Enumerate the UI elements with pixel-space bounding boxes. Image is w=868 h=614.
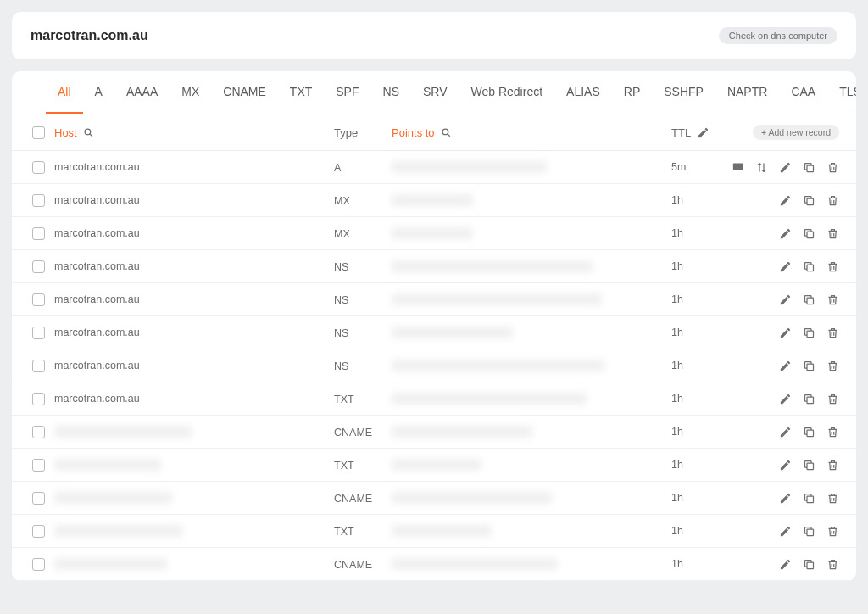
pencil-icon[interactable] xyxy=(696,126,709,139)
pencil-icon[interactable] xyxy=(778,260,792,273)
pencil-icon[interactable] xyxy=(778,326,792,339)
svg-rect-4 xyxy=(732,163,742,170)
pencil-icon[interactable] xyxy=(778,293,792,306)
pencil-icon[interactable] xyxy=(778,392,792,405)
col-type-header[interactable]: Type xyxy=(334,126,358,139)
copy-icon[interactable] xyxy=(802,425,815,438)
row-checkbox[interactable] xyxy=(32,525,45,538)
trash-icon[interactable] xyxy=(826,260,839,273)
svg-rect-11 xyxy=(807,364,814,371)
tab-web-redirect[interactable]: Web Redirect xyxy=(459,71,555,114)
tab-caa[interactable]: CAA xyxy=(779,71,827,114)
col-ttl-header[interactable]: TTL xyxy=(671,126,691,139)
tab-a[interactable]: A xyxy=(83,71,114,114)
type-value: TXT xyxy=(334,526,354,538)
tab-naptr[interactable]: NAPTR xyxy=(715,71,779,114)
copy-icon[interactable] xyxy=(802,326,815,339)
row-checkbox[interactable] xyxy=(32,558,45,571)
trash-icon[interactable] xyxy=(826,359,839,372)
page-header: marcotran.com.au Check on dns.computer xyxy=(12,12,856,59)
pencil-icon[interactable] xyxy=(778,193,792,207)
svg-rect-10 xyxy=(807,331,814,338)
trash-icon[interactable] xyxy=(826,160,839,174)
trash-icon[interactable] xyxy=(826,425,839,438)
type-value: NS xyxy=(334,360,348,372)
row-checkbox[interactable] xyxy=(32,260,45,273)
check-dns-button[interactable]: Check on dns.computer xyxy=(719,27,837,44)
copy-icon[interactable] xyxy=(802,458,815,472)
trash-icon[interactable] xyxy=(826,326,839,339)
row-checkbox[interactable] xyxy=(32,459,45,472)
svg-rect-13 xyxy=(807,430,814,437)
copy-icon[interactable] xyxy=(802,392,815,405)
col-host-header[interactable]: Host xyxy=(54,126,77,139)
tab-spf[interactable]: SPF xyxy=(324,71,370,114)
row-checkbox[interactable] xyxy=(32,194,45,207)
trash-icon[interactable] xyxy=(826,293,839,306)
tab-mx[interactable]: MX xyxy=(170,71,211,114)
row-checkbox[interactable] xyxy=(32,327,45,339)
copy-icon[interactable] xyxy=(802,524,815,538)
copy-icon[interactable] xyxy=(802,226,815,240)
points-to-value-redacted xyxy=(392,492,552,504)
table-row: CNAME1h xyxy=(12,548,856,581)
host-value: marcotran.com.au xyxy=(54,161,140,173)
copy-icon[interactable] xyxy=(802,193,815,207)
pencil-icon[interactable] xyxy=(778,491,792,505)
row-checkbox[interactable] xyxy=(32,360,45,372)
copy-icon[interactable] xyxy=(802,491,815,505)
tab-sshfp[interactable]: SSHFP xyxy=(652,71,715,114)
ttl-value: 1h xyxy=(671,360,683,371)
copy-icon[interactable] xyxy=(802,160,815,174)
table-row: marcotran.com.auNS1h xyxy=(12,283,856,316)
screen-icon[interactable] xyxy=(731,160,744,174)
row-checkbox[interactable] xyxy=(32,393,45,405)
copy-icon[interactable] xyxy=(802,359,815,372)
trash-icon[interactable] xyxy=(826,458,839,472)
trash-icon[interactable] xyxy=(826,392,839,405)
trash-icon[interactable] xyxy=(826,491,839,505)
svg-rect-15 xyxy=(807,496,814,503)
copy-icon[interactable] xyxy=(802,557,815,571)
pencil-icon[interactable] xyxy=(778,458,792,472)
copy-icon[interactable] xyxy=(802,260,815,273)
row-checkbox[interactable] xyxy=(32,492,45,505)
pencil-icon[interactable] xyxy=(778,359,792,372)
trash-icon[interactable] xyxy=(826,524,839,538)
tab-srv[interactable]: SRV xyxy=(411,71,459,114)
trash-icon[interactable] xyxy=(826,557,839,571)
col-points-header[interactable]: Points to xyxy=(392,126,435,139)
row-checkbox[interactable] xyxy=(32,227,45,240)
pencil-icon[interactable] xyxy=(778,425,792,438)
type-value: NS xyxy=(334,261,348,273)
search-icon[interactable] xyxy=(82,126,96,139)
tab-cname[interactable]: CNAME xyxy=(211,71,278,114)
tab-alias[interactable]: ALIAS xyxy=(554,71,612,114)
column-headers: Host Type Points to TTL + Add new record xyxy=(12,114,856,151)
pencil-icon[interactable] xyxy=(778,226,792,240)
row-checkbox[interactable] xyxy=(32,161,45,174)
tab-aaaa[interactable]: AAAA xyxy=(114,71,170,114)
tab-tlsa[interactable]: TLSA xyxy=(827,71,856,114)
type-value: TXT xyxy=(334,394,354,405)
tab-txt[interactable]: TXT xyxy=(278,71,324,114)
pencil-icon[interactable] xyxy=(778,557,792,571)
trash-icon[interactable] xyxy=(826,193,839,207)
search-icon[interactable] xyxy=(440,126,453,139)
tab-all[interactable]: All xyxy=(46,71,83,114)
type-value: MX xyxy=(334,195,350,207)
tab-rp[interactable]: RP xyxy=(612,71,652,114)
select-all-checkbox[interactable] xyxy=(32,126,45,139)
copy-icon[interactable] xyxy=(802,293,815,306)
pencil-icon[interactable] xyxy=(778,524,792,538)
row-checkbox[interactable] xyxy=(32,293,45,306)
row-checkbox[interactable] xyxy=(32,426,45,438)
pencil-icon[interactable] xyxy=(778,160,792,174)
sort-icon[interactable] xyxy=(754,160,768,174)
svg-rect-12 xyxy=(807,397,814,404)
tab-ns[interactable]: NS xyxy=(371,71,411,114)
trash-icon[interactable] xyxy=(826,226,839,240)
add-record-button[interactable]: + Add new record xyxy=(753,125,839,140)
table-row: marcotran.com.auTXT1h xyxy=(12,382,856,416)
table-row: CNAME1h xyxy=(12,482,856,515)
